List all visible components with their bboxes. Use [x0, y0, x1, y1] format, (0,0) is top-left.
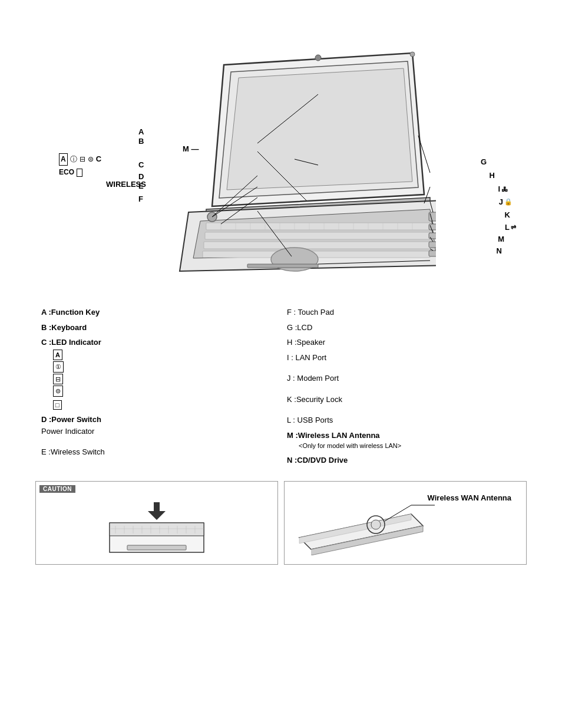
label-J-diagram: J 🔒: [499, 197, 513, 206]
scroll-lock-sub: ⊟: [53, 374, 275, 385]
desc-D-sub: Power Indicator: [41, 426, 275, 437]
desc-C-icons: A ① ⊟ ⊜: [53, 350, 275, 397]
hdd-sub: ⊜: [53, 386, 275, 397]
descriptions-section: A :Function Key B :Keyboard C :LED Indic…: [24, 307, 538, 469]
num-lock-icon: ⓘ: [70, 154, 77, 165]
diagram-area: A ⓘ ⊟ ⊜ C ECO: [24, 18, 538, 301]
desc-C-label: C :LED Indicator: [41, 337, 275, 348]
svg-rect-1: [205, 232, 430, 239]
caps-lock-symbol: A: [53, 350, 62, 361]
desc-L: L : USB Ports: [287, 414, 521, 426]
desc-M-note: <Only for model with wireless LAN>: [299, 441, 521, 451]
label-F-diagram: F: [138, 195, 143, 203]
desc-K-label: K :Security Lock: [287, 394, 521, 406]
caution-box: CAUTION: [35, 481, 278, 565]
label-I-diagram: I 🖧: [498, 185, 508, 193]
hdd-icon: ⊜: [88, 154, 94, 165]
svg-rect-21: [429, 224, 436, 230]
desc-F: F : Touch Pad: [287, 307, 521, 318]
desc-F-label: F : Touch Pad: [287, 308, 334, 317]
desc-B-label: B :Keyboard: [41, 323, 87, 332]
label-G-diagram: G: [481, 157, 487, 166]
label-N-diagram: N: [497, 246, 502, 255]
label-H-diagram: H: [490, 171, 495, 180]
desc-J-label: J : Modem Port: [287, 373, 521, 384]
caution-svg: [98, 493, 216, 558]
desc-G: G :LCD: [287, 322, 521, 334]
svg-point-57: [371, 520, 381, 529]
desc-D-bold: D :Power Switch: [41, 415, 101, 424]
left-indicators: A ⓘ ⊟ ⊜ C ECO: [59, 153, 101, 178]
label-M-right-diagram: M: [498, 235, 504, 243]
svg-rect-24: [429, 251, 436, 256]
label-A: A: [138, 127, 144, 136]
label-K-diagram: K: [505, 210, 510, 219]
bottom-section: CAUTION: [24, 481, 538, 565]
desc-E-label: E :Wireless Switch: [41, 446, 275, 458]
num-lock-sub: ①: [53, 361, 275, 373]
label-C-letter: C: [96, 153, 101, 166]
desc-K: K :Security Lock: [287, 394, 521, 406]
label-M-diagram: M —: [183, 144, 199, 153]
desc-M-label: M :Wireless LAN Antenna: [287, 431, 380, 440]
desc-H-label: H :Speaker: [287, 338, 325, 347]
eco-sub: □: [53, 399, 275, 411]
svg-rect-0: [206, 223, 430, 230]
desc-N: N :CD/DVD Drive: [287, 454, 521, 466]
desc-N-label: N :CD/DVD Drive: [287, 456, 348, 465]
desc-E: E :Wireless Switch: [41, 446, 275, 458]
caution-image: [36, 487, 277, 564]
svg-rect-23: [429, 242, 436, 248]
svg-marker-55: [148, 502, 166, 520]
desc-D-label: D :Power Switch: [41, 414, 275, 426]
wireless-wan-box: Wireless WAN Antenna: [284, 481, 527, 565]
scroll-lock-symbol: ⊟: [53, 374, 63, 385]
svg-rect-25: [247, 264, 318, 268]
desc-right-column: F : Touch Pad G :LCD H :Speaker I : LAN …: [281, 307, 527, 469]
laptop-diagram: [130, 29, 436, 279]
eco-sub-symbol: □: [53, 400, 62, 410]
svg-point-27: [410, 52, 415, 57]
desc-B: B :Keyboard: [41, 322, 275, 334]
wireless-wan-svg: [293, 490, 441, 555]
hdd-symbol: ⊜: [53, 386, 63, 397]
caps-lock-sub: A: [53, 350, 275, 361]
label-B: B: [138, 137, 144, 146]
caution-label: CAUTION: [39, 485, 75, 493]
desc-L-label: L : USB Ports: [287, 416, 333, 424]
page: A ⓘ ⊟ ⊜ C ECO: [0, 0, 562, 728]
desc-A-label: A :Function Key: [41, 308, 100, 317]
num-lock-symbol: ①: [53, 361, 64, 373]
desc-M: M :Wireless LAN Antenna <Only for model …: [287, 430, 521, 451]
desc-C: C :LED Indicator A ① ⊟ ⊜ □: [41, 337, 275, 410]
desc-J: J : Modem Port: [287, 373, 521, 384]
svg-rect-54: [127, 545, 186, 550]
desc-A: A :Function Key: [41, 307, 275, 318]
desc-I-label: I : LAN Port: [287, 353, 326, 362]
desc-I: I : LAN Port: [287, 352, 521, 364]
label-C-diagram: C: [138, 160, 144, 169]
svg-rect-22: [429, 233, 436, 239]
wireless-wan-content: Wireless WAN Antenna: [293, 487, 517, 558]
eco-label: ECO: [59, 167, 74, 178]
scroll-lock-icon: ⊟: [80, 154, 85, 165]
svg-point-26: [315, 55, 321, 61]
label-E-diagram: E: [138, 182, 144, 190]
label-L-diagram: L ⇌: [505, 223, 516, 232]
desc-D: D :Power Switch Power Indicator: [41, 414, 275, 437]
svg-rect-2: [204, 242, 430, 249]
desc-H: H :Speaker: [287, 337, 521, 348]
desc-G-label: G :LCD: [287, 323, 312, 332]
eco-icon: [77, 169, 82, 177]
caps-lock-icon: A: [59, 153, 68, 166]
desc-left-column: A :Function Key B :Keyboard C :LED Indic…: [35, 307, 281, 469]
